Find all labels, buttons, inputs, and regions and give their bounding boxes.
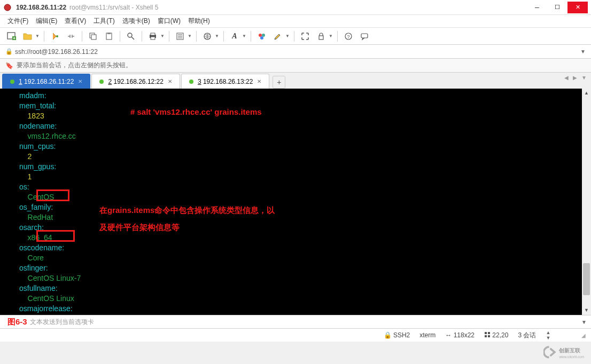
tab-close-icon[interactable]: ✕ xyxy=(78,78,82,84)
app-icon xyxy=(3,3,12,12)
scroll-thumb[interactable] xyxy=(583,263,590,295)
menu-file[interactable]: 文件(F) xyxy=(7,17,28,26)
font-icon[interactable]: A xyxy=(228,30,241,43)
tab-add-button[interactable]: + xyxy=(273,76,285,89)
tab-session-1[interactable]: 1 192.168.26.11:22 ✕ xyxy=(2,74,90,89)
tab-session-3[interactable]: 3 192.168.26.13:22 ✕ xyxy=(181,74,269,89)
terminal-key-line: os: xyxy=(19,182,591,192)
terminal[interactable]: mdadm:mem_total: 1823nodename: vms12.rhc… xyxy=(0,89,591,315)
address-dropdown-icon[interactable]: ▼ xyxy=(580,49,586,54)
font-dropdown-icon[interactable]: ▼ xyxy=(242,34,246,38)
terminal-value-line: vms12.rhce.cc xyxy=(19,131,591,141)
tab-close-icon[interactable]: ✕ xyxy=(168,78,172,84)
chat-icon[interactable] xyxy=(358,30,371,43)
terminal-value-line: CentOS Linux xyxy=(19,294,591,304)
paste-icon[interactable] xyxy=(103,30,115,43)
print-dropdown-icon[interactable]: ▼ xyxy=(160,34,165,38)
tab-prev-icon[interactable]: ◀ xyxy=(564,75,569,81)
scroll-track[interactable] xyxy=(582,98,591,306)
resize-grip-icon[interactable]: ◢ xyxy=(581,333,586,338)
disconnect-icon[interactable] xyxy=(65,30,77,43)
svg-rect-7 xyxy=(107,33,111,34)
terminal-key-line: num_cpus: xyxy=(19,141,591,152)
globe-icon[interactable] xyxy=(201,30,214,43)
lock-icon[interactable] xyxy=(315,30,328,43)
menu-window[interactable]: 窗口(W) xyxy=(158,17,181,26)
color-icon[interactable] xyxy=(255,30,268,43)
properties-dropdown-icon[interactable]: ▼ xyxy=(188,34,192,38)
terminal-key-line: osmajorrelease: xyxy=(19,304,591,314)
svg-rect-22 xyxy=(488,332,490,334)
tab-nav: ◀ ▶ ▼ xyxy=(564,75,587,81)
globe-dropdown-icon[interactable]: ▼ xyxy=(215,34,219,38)
highlight-box-osarch xyxy=(36,230,75,242)
hint-bar: 🔖 要添加当前会话，点击左侧的箭头按钮。 xyxy=(0,59,591,73)
terminal-value-line: CentOS Linux-7 xyxy=(19,273,591,283)
svg-point-14 xyxy=(259,34,262,37)
highlight-icon[interactable] xyxy=(271,30,284,43)
open-dropdown-icon[interactable]: ▼ xyxy=(35,34,40,38)
annotation-description-line2: 及硬件平台架构信息等 xyxy=(99,222,180,232)
terminal-key-line: num_gpus: xyxy=(19,162,591,172)
svg-rect-23 xyxy=(485,335,487,337)
bookmark-icon[interactable]: 🔖 xyxy=(5,62,13,69)
status-dot-icon xyxy=(99,80,104,84)
status-sessions-dropdown-icon[interactable]: ▲▼ xyxy=(546,330,550,341)
menu-help[interactable]: 帮助(H) xyxy=(188,17,210,26)
minimize-button[interactable]: ─ xyxy=(527,2,547,13)
status-pos: 22,20 xyxy=(484,331,508,339)
new-session-icon[interactable] xyxy=(5,30,18,43)
scroll-down-icon[interactable]: ▼ xyxy=(582,306,591,315)
menu-tab[interactable]: 选项卡(B) xyxy=(122,17,150,26)
tab-session-2[interactable]: 2 192.168.26.12:22 ✕ xyxy=(91,74,180,89)
svg-point-3 xyxy=(56,35,58,37)
terminal-value-line: Core xyxy=(19,253,591,263)
find-icon[interactable] xyxy=(125,30,137,43)
address-bar[interactable]: 🔒 ssh://root@192.168.26.11:22 ▼ xyxy=(0,45,591,59)
input-bar[interactable]: 图6-3 文本发送到当前选项卡 ▼ xyxy=(0,315,591,329)
tab-close-icon[interactable]: ✕ xyxy=(257,78,261,84)
close-button[interactable]: ✕ xyxy=(567,2,588,13)
tab-list-icon[interactable]: ▼ xyxy=(581,75,587,81)
open-icon[interactable] xyxy=(21,30,34,43)
toolbar: ▼ ▼ ▼ ▼ A▼ ▼ ▼ ? xyxy=(0,28,591,45)
input-placeholder: 文本发送到当前选项卡 xyxy=(30,318,94,327)
status-dot-icon xyxy=(189,80,193,84)
input-dropdown-icon[interactable]: ▼ xyxy=(581,319,587,325)
status-dot-icon xyxy=(10,80,14,84)
copy-icon[interactable] xyxy=(87,30,99,43)
title-bar: 192.168.26.11:22 root@vms11:/srv/salt - … xyxy=(0,0,591,15)
maximize-button[interactable]: ☐ xyxy=(547,2,567,13)
svg-point-15 xyxy=(262,34,265,37)
scrollbar[interactable]: ▲ ▼ xyxy=(582,89,591,315)
terminal-key-line: osfullname: xyxy=(19,283,591,294)
hint-text: 要添加当前会话，点击左侧的箭头按钮。 xyxy=(17,61,132,70)
window-subtitle: root@vms11:/srv/salt - Xshell 5 xyxy=(69,4,158,11)
help-icon[interactable]: ? xyxy=(342,30,355,43)
svg-text:?: ? xyxy=(347,34,349,39)
properties-icon[interactable] xyxy=(174,30,186,43)
reconnect-icon[interactable] xyxy=(49,30,61,43)
status-ssh: 🔒 SSH2 xyxy=(384,331,410,339)
tab-label: 2 192.168.26.12:22 xyxy=(108,78,163,85)
menu-edit[interactable]: 编辑(E) xyxy=(36,17,57,26)
status-bar: 🔒 SSH2 xterm ↔ 118x22 22,20 3 会话 ▲▼ CAP … xyxy=(0,329,591,342)
highlight-dropdown-icon[interactable]: ▼ xyxy=(285,34,290,38)
status-size: ↔ 118x22 xyxy=(445,331,475,339)
terminal-value-line: 1 xyxy=(19,172,591,182)
scroll-up-icon[interactable]: ▲ xyxy=(582,89,591,98)
terminal-value-line: 2 xyxy=(19,152,591,162)
fullscreen-icon[interactable] xyxy=(299,30,312,43)
figure-label: 图6-3 xyxy=(7,317,27,327)
menu-tools[interactable]: 工具(T) xyxy=(94,17,114,26)
tabs-bar: 1 192.168.26.11:22 ✕ 2 192.168.26.12:22 … xyxy=(0,73,591,89)
menu-view[interactable]: 查看(V) xyxy=(65,17,86,26)
svg-text:www.cdcxhl.com: www.cdcxhl.com xyxy=(558,355,584,359)
tab-next-icon[interactable]: ▶ xyxy=(573,75,577,81)
terminal-key-line: osfinger: xyxy=(19,263,591,273)
svg-rect-11 xyxy=(151,37,155,39)
terminal-value-line: x86_64 xyxy=(19,233,591,243)
status-term: xterm xyxy=(419,331,436,339)
print-icon[interactable] xyxy=(146,30,159,43)
lock-dropdown-icon[interactable]: ▼ xyxy=(329,34,333,38)
